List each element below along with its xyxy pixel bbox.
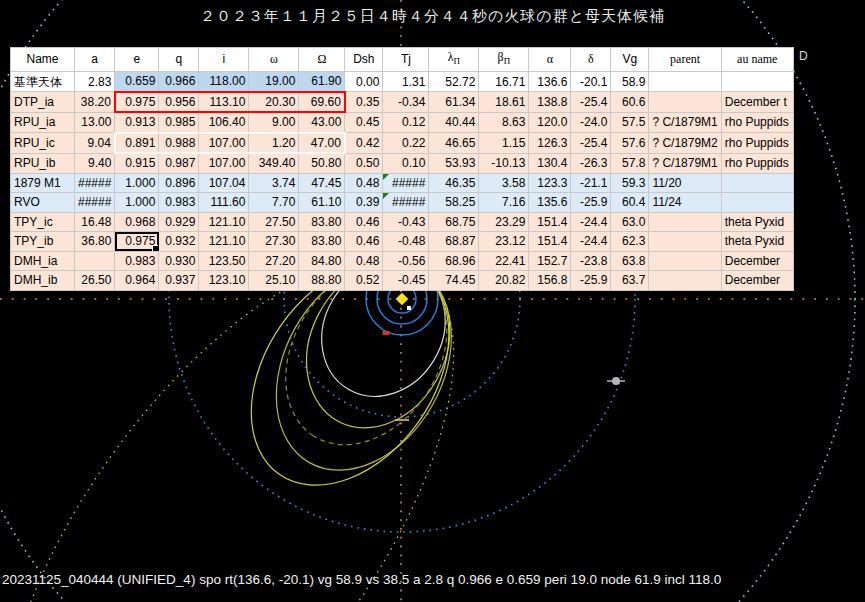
table-cell[interactable]: 0.48 [345, 173, 383, 193]
table-cell[interactable]: -25.9 [571, 193, 611, 213]
table-cell[interactable] [649, 232, 721, 252]
table-cell[interactable]: 0.988 [159, 133, 199, 154]
table-cell[interactable]: 27.20 [249, 251, 299, 271]
table-cell[interactable]: ##### [383, 173, 429, 193]
table-cell[interactable]: 3.74 [249, 173, 299, 193]
table-cell[interactable] [721, 72, 793, 92]
table-cell[interactable]: 0.39 [345, 193, 383, 213]
table-cell[interactable]: 123.3 [529, 173, 571, 193]
table-cell[interactable]: 7.16 [479, 193, 529, 213]
table-cell[interactable]: 7.70 [249, 193, 299, 213]
table-cell[interactable]: 8.63 [479, 112, 529, 133]
table-cell[interactable]: 57.8 [611, 153, 649, 173]
table-cell[interactable]: 0.46 [345, 212, 383, 232]
table-cell[interactable]: 20.82 [479, 271, 529, 291]
table-cell[interactable]: ##### [75, 193, 115, 213]
table-cell[interactable]: -26.3 [571, 153, 611, 173]
table-cell[interactable]: 9.04 [75, 133, 115, 154]
table-cell[interactable]: December [721, 271, 793, 291]
table-cell[interactable]: 0.50 [345, 153, 383, 173]
table-cell[interactable]: 121.10 [199, 232, 249, 252]
table-cell[interactable] [649, 271, 721, 291]
table-cell[interactable]: 63.7 [611, 271, 649, 291]
table-cell[interactable]: 107.00 [199, 153, 249, 173]
table-cell[interactable]: 47.00 [299, 133, 345, 154]
table-cell[interactable]: rho Puppids [721, 112, 793, 133]
table-cell[interactable]: 63.0 [611, 212, 649, 232]
table-cell[interactable]: ? C/1879M2 [649, 133, 721, 154]
table-cell[interactable]: 83.80 [299, 232, 345, 252]
table-cell[interactable]: 0.983 [115, 251, 159, 271]
table-cell[interactable]: 113.10 [199, 92, 249, 113]
table-cell[interactable]: 基準天体 [11, 72, 75, 92]
table-cell[interactable]: 0.896 [159, 173, 199, 193]
table-cell[interactable] [649, 212, 721, 232]
table-cell[interactable]: 0.659 [115, 72, 159, 92]
table-cell[interactable]: 0.891 [115, 133, 159, 154]
table-cell[interactable]: 151.4 [529, 232, 571, 252]
table-cell[interactable]: RPU_ib [11, 153, 75, 173]
table-cell[interactable]: 0.929 [159, 212, 199, 232]
table-cell[interactable]: -24.4 [571, 212, 611, 232]
table-cell[interactable]: December [721, 251, 793, 271]
table-cell[interactable]: 9.40 [75, 153, 115, 173]
table-cell[interactable]: 0.915 [115, 153, 159, 173]
table-cell[interactable]: -0.48 [383, 232, 429, 252]
table-cell[interactable]: 121.10 [199, 212, 249, 232]
table-cell[interactable]: 11/24 [649, 193, 721, 213]
table-cell[interactable]: -25.9 [571, 271, 611, 291]
table-cell[interactable]: rho Puppids [721, 133, 793, 154]
table-cell[interactable]: 0.932 [159, 232, 199, 252]
table-cell[interactable] [721, 173, 793, 193]
table-cell[interactable]: 349.40 [249, 153, 299, 173]
table-cell[interactable]: ? C/1879M1 [649, 153, 721, 173]
table-cell[interactable]: 152.7 [529, 251, 571, 271]
table-cell[interactable]: 0.35 [345, 92, 383, 113]
table-cell[interactable]: 123.50 [199, 251, 249, 271]
table-cell[interactable]: DTP_ia [11, 92, 75, 113]
table-cell[interactable]: 18.61 [479, 92, 529, 113]
table-cell[interactable]: theta Pyxid [721, 232, 793, 252]
column-header-α[interactable]: α [529, 48, 571, 72]
table-cell[interactable]: 84.80 [299, 251, 345, 271]
table-cell[interactable]: -0.34 [383, 92, 429, 113]
table-cell[interactable]: 0.956 [159, 92, 199, 113]
table-cell[interactable]: 106.40 [199, 112, 249, 133]
table-cell[interactable]: 74.45 [429, 271, 479, 291]
table-cell[interactable]: 62.3 [611, 232, 649, 252]
table-cell[interactable]: 3.58 [479, 173, 529, 193]
table-cell[interactable]: 36.80 [75, 232, 115, 252]
table-cell[interactable]: 57.5 [611, 112, 649, 133]
table-cell[interactable]: TPY_ic [11, 212, 75, 232]
column-header-au name[interactable]: au name [721, 48, 793, 72]
table-cell[interactable]: 22.41 [479, 251, 529, 271]
table-cell[interactable]: 23.29 [479, 212, 529, 232]
table-cell[interactable]: 58.25 [429, 193, 479, 213]
table-cell[interactable]: ##### [75, 173, 115, 193]
table-cell[interactable]: 88.80 [299, 271, 345, 291]
table-cell[interactable]: 0.00 [345, 72, 383, 92]
table-cell[interactable]: 0.913 [115, 112, 159, 133]
table-cell[interactable]: 1879 M1 [11, 173, 75, 193]
table-cell[interactable]: 0.966 [159, 72, 199, 92]
table-cell[interactable]: 130.4 [529, 153, 571, 173]
table-cell[interactable]: 138.8 [529, 92, 571, 113]
table-cell[interactable]: 151.4 [529, 212, 571, 232]
table-cell[interactable]: rho Puppids [721, 153, 793, 173]
table-cell[interactable]: 0.968 [115, 212, 159, 232]
table-cell[interactable]: 11/20 [649, 173, 721, 193]
table-cell[interactable]: -20.1 [571, 72, 611, 92]
table-cell[interactable]: theta Pyxid [721, 212, 793, 232]
table-cell[interactable]: 46.65 [429, 133, 479, 154]
table-cell[interactable]: December t [721, 92, 793, 113]
table-cell[interactable]: 135.6 [529, 193, 571, 213]
table-cell[interactable]: RPU_ic [11, 133, 75, 154]
table-cell[interactable] [649, 92, 721, 113]
table-cell[interactable]: DMH_ib [11, 271, 75, 291]
table-cell[interactable]: 0.975 [115, 232, 159, 252]
column-header-δ[interactable]: δ [571, 48, 611, 72]
table-cell[interactable]: -0.43 [383, 212, 429, 232]
table-cell[interactable]: 0.42 [345, 133, 383, 154]
table-cell[interactable]: 0.975 [115, 92, 159, 113]
table-cell[interactable]: 46.35 [429, 173, 479, 193]
